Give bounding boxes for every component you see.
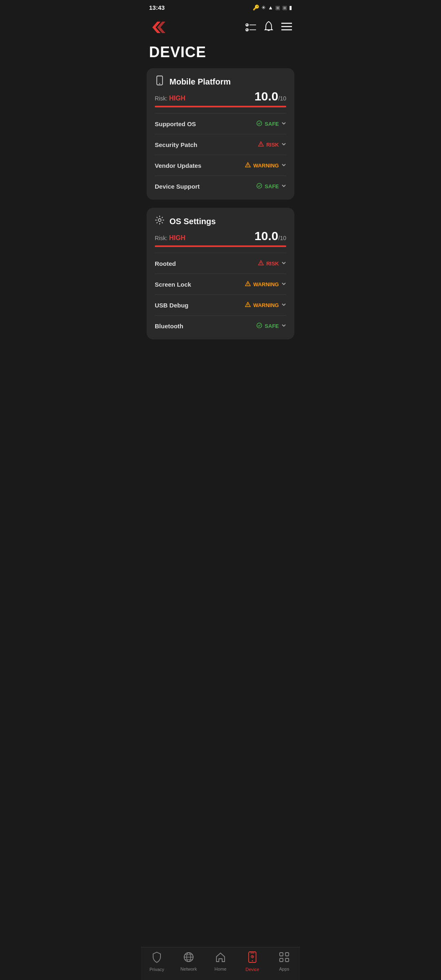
risk-label-os-settings: Risk: HIGH <box>155 234 185 242</box>
card-os-settings: OS Settings Risk: HIGH 10.0/10 Rooted RI… <box>147 208 294 339</box>
svg-point-10 <box>159 83 160 84</box>
item-label-mobile-platform-3: Device Support <box>155 183 200 190</box>
header-actions <box>245 21 292 34</box>
item-status-os-settings-3: SAFE <box>256 322 286 330</box>
chevron-icon-mobile-platform-1 <box>281 141 286 148</box>
list-item-os-settings-2[interactable]: USB Debug WARNING <box>155 294 286 315</box>
item-status-mobile-platform-0: SAFE <box>256 120 286 127</box>
status-icon-os-settings-3 <box>256 323 262 330</box>
menu-button[interactable] <box>281 22 292 32</box>
item-label-os-settings-3: Bluetooth <box>155 323 183 330</box>
item-status-os-settings-0: RISK <box>258 260 286 267</box>
svg-point-11 <box>257 121 262 126</box>
checklist-button[interactable] <box>245 23 256 32</box>
list-item-os-settings-3[interactable]: Bluetooth SAFE <box>155 315 286 336</box>
item-label-os-settings-2: USB Debug <box>155 302 189 309</box>
notifications-button[interactable] <box>263 21 274 34</box>
card-risk-row-os-settings: Risk: HIGH 10.0/10 <box>155 229 286 243</box>
list-item-mobile-platform-1[interactable]: Security Patch RISK <box>155 134 286 155</box>
status-bar: 13:43 🔑 ✳ ▲ ▣ ▣ ▮ <box>141 0 300 14</box>
item-label-os-settings-1: Screen Lock <box>155 281 191 288</box>
bluetooth-icon: ✳ <box>261 4 266 11</box>
page-title: DEVICE <box>141 42 300 68</box>
svg-point-23 <box>248 305 248 306</box>
svg-point-17 <box>158 219 161 222</box>
card-mobile-platform: Mobile Platform Risk: HIGH 10.0/10 Suppo… <box>147 68 294 200</box>
svg-point-15 <box>248 166 248 166</box>
item-label-os-settings-0: Rooted <box>155 260 176 267</box>
chevron-icon-mobile-platform-0 <box>281 120 286 127</box>
card-score-mobile-platform: 10.0/10 <box>254 89 286 103</box>
signal-icon2: ▣ <box>282 4 287 11</box>
list-item-os-settings-1[interactable]: Screen Lock WARNING <box>155 274 286 294</box>
chevron-icon-os-settings-3 <box>281 322 286 330</box>
item-status-mobile-platform-1: RISK <box>258 141 286 148</box>
svg-point-13 <box>261 145 261 145</box>
item-label-mobile-platform-0: Supported OS <box>155 120 196 127</box>
item-label-mobile-platform-1: Security Patch <box>155 141 197 148</box>
header <box>141 14 300 42</box>
wifi-icon: ▲ <box>268 4 273 11</box>
card-icon-os-settings <box>155 215 165 227</box>
risk-label-mobile-platform: Risk: HIGH <box>155 95 185 102</box>
app-logo <box>149 18 169 37</box>
svg-point-16 <box>257 183 262 188</box>
chevron-icon-mobile-platform-3 <box>281 183 286 190</box>
list-item-os-settings-0[interactable]: Rooted RISK <box>155 253 286 274</box>
list-item-mobile-platform-3[interactable]: Device Support SAFE <box>155 176 286 196</box>
status-icon-os-settings-2 <box>245 302 251 309</box>
card-header-mobile-platform: Mobile Platform <box>155 76 286 88</box>
item-status-mobile-platform-2: WARNING <box>245 162 286 169</box>
card-header-os-settings: OS Settings <box>155 215 286 227</box>
risk-bar-mobile-platform <box>155 106 286 107</box>
card-score-os-settings: 10.0/10 <box>254 229 286 243</box>
item-label-mobile-platform-2: Vendor Updates <box>155 162 201 169</box>
chevron-icon-mobile-platform-2 <box>281 162 286 169</box>
list-item-mobile-platform-2[interactable]: Vendor Updates WARNING <box>155 155 286 176</box>
card-title-mobile-platform: Mobile Platform <box>169 77 231 87</box>
cards-container: Mobile Platform Risk: HIGH 10.0/10 Suppo… <box>141 68 300 339</box>
card-title-os-settings: OS Settings <box>169 217 216 226</box>
svg-point-19 <box>261 264 261 264</box>
card-icon-mobile-platform <box>155 76 165 88</box>
status-icon-mobile-platform-1 <box>258 141 264 148</box>
chevron-icon-os-settings-0 <box>281 260 286 267</box>
item-status-mobile-platform-3: SAFE <box>256 183 286 190</box>
risk-level-mobile-platform: HIGH <box>169 95 185 102</box>
battery-icon: ▮ <box>289 4 292 11</box>
card-risk-row-mobile-platform: Risk: HIGH 10.0/10 <box>155 89 286 103</box>
status-icon-mobile-platform-2 <box>245 162 251 169</box>
risk-bar-os-settings <box>155 245 286 247</box>
status-icon-mobile-platform-3 <box>256 183 262 190</box>
risk-level-os-settings: HIGH <box>169 234 185 241</box>
svg-point-21 <box>248 285 248 285</box>
svg-point-24 <box>257 323 262 328</box>
status-icon-os-settings-0 <box>258 260 264 267</box>
list-item-mobile-platform-0[interactable]: Supported OS SAFE <box>155 113 286 134</box>
chevron-icon-os-settings-2 <box>281 301 286 309</box>
status-icon-mobile-platform-0 <box>256 120 262 127</box>
chevron-icon-os-settings-1 <box>281 281 286 288</box>
key-icon: 🔑 <box>253 4 259 11</box>
status-icon-os-settings-1 <box>245 281 251 288</box>
status-time: 13:43 <box>149 4 165 11</box>
signal-icon1: ▣ <box>275 4 280 11</box>
item-status-os-settings-1: WARNING <box>245 281 286 288</box>
status-icons: 🔑 ✳ ▲ ▣ ▣ ▮ <box>253 4 292 11</box>
item-status-os-settings-2: WARNING <box>245 301 286 309</box>
